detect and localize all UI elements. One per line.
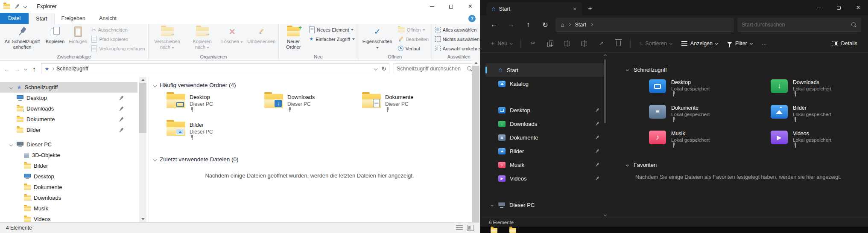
- sidebar-item-documents-pc[interactable]: Dokumente: [0, 182, 137, 192]
- explorer-tab-start[interactable]: ⌂ Start ×: [486, 2, 582, 15]
- share-button[interactable]: ↗: [593, 37, 609, 50]
- easy-access-button[interactable]: ★ Einfacher Zugriff: [307, 35, 357, 43]
- move-to-button[interactable]: → Verschieben nach: [149, 24, 185, 53]
- sort-button[interactable]: ↑↓ Sortieren: [635, 37, 676, 50]
- new-folder-button[interactable]: + Neuer Ordner: [280, 24, 307, 53]
- breadcrumb-chevron-icon[interactable]: [590, 23, 593, 26]
- rename-button[interactable]: [576, 37, 592, 50]
- sidebar-item-gallery[interactable]: Katalog: [485, 77, 604, 90]
- maximize-button[interactable]: [441, 0, 461, 13]
- minimize-button[interactable]: [809, 0, 829, 15]
- address-dropdown-icon[interactable]: [374, 67, 377, 70]
- scroll-up-icon[interactable]: [603, 54, 606, 57]
- expand-chevron-icon[interactable]: [9, 85, 13, 89]
- sidebar-item-music[interactable]: ♪ Musik: [485, 158, 604, 172]
- rename-button[interactable]: Umbenennen: [245, 24, 278, 53]
- tab-close-icon[interactable]: ×: [571, 5, 579, 13]
- sidebar-item-3d-objects[interactable]: 3D-Objekte: [0, 150, 137, 160]
- sidebar-item-start[interactable]: ⌂ Start: [485, 63, 604, 77]
- large-icons-view-icon[interactable]: [467, 225, 474, 231]
- tab-file[interactable]: Datei: [0, 13, 29, 24]
- sidebar-scrollbar[interactable]: [602, 55, 608, 216]
- collapse-chevron-icon[interactable]: [153, 157, 157, 161]
- folder-tile-pictures[interactable]: Bilder Dieser PC: [167, 122, 264, 149]
- close-button[interactable]: ×: [848, 0, 868, 15]
- breadcrumb-location[interactable]: Schnellzugriff: [56, 66, 88, 72]
- new-item-button[interactable]: Neues Element: [307, 26, 357, 34]
- sidebar-item-this-pc[interactable]: Dieser PC: [485, 198, 604, 212]
- qat-customize-chevron-icon[interactable]: [23, 5, 27, 8]
- paste-shortcut-button[interactable]: Verknüpfung einfügen: [89, 44, 147, 52]
- scrollbar-thumb[interactable]: [139, 83, 146, 133]
- tile-downloads[interactable]: ↓ Downloads Lokal gespeichert: [771, 79, 868, 105]
- sidebar-item-desktop-pc[interactable]: Desktop: [0, 171, 137, 182]
- win10-titlebar[interactable]: Explorer ×: [0, 0, 480, 13]
- sidebar-item-quick-access[interactable]: ★ Schnellzugriff: [0, 82, 137, 93]
- search-input[interactable]: [742, 22, 851, 28]
- minimize-button[interactable]: [422, 0, 441, 13]
- scroll-down-icon[interactable]: [141, 218, 145, 220]
- details-pane-button[interactable]: Details: [828, 37, 861, 50]
- breadcrumb-bar[interactable]: ⌂ Start: [555, 18, 734, 32]
- properties-button[interactable]: ✓ Eigenschaften: [359, 24, 396, 53]
- back-icon[interactable]: ←: [487, 18, 501, 32]
- cut-button[interactable]: ✂ Ausschneiden: [89, 26, 147, 34]
- copy-path-button[interactable]: Pfad kopieren: [89, 35, 147, 43]
- select-all-button[interactable]: Alles auswählen: [433, 26, 480, 34]
- sidebar-item-pictures-pc[interactable]: Bilder: [0, 160, 137, 171]
- history-button[interactable]: Verlauf: [396, 44, 431, 52]
- sidebar-item-desktop[interactable]: Desktop: [485, 103, 604, 117]
- tile-documents[interactable]: ≡ Dokumente Lokal gespeichert: [649, 105, 771, 131]
- taskbar-explorer-icon[interactable]: [491, 228, 497, 233]
- search-icon[interactable]: [467, 66, 473, 72]
- expand-chevron-icon[interactable]: [9, 143, 13, 146]
- new-tab-button[interactable]: +: [584, 2, 596, 15]
- view-button[interactable]: Anzeigen: [678, 37, 722, 50]
- breadcrumb-chevron-icon[interactable]: [568, 23, 571, 26]
- section-frequent-folders[interactable]: Häufig verwendete Ordner (4): [154, 82, 236, 88]
- refresh-icon[interactable]: ↻: [538, 18, 552, 32]
- copy-to-button[interactable]: → Kopieren nach: [185, 24, 219, 53]
- sidebar-item-videos[interactable]: Videos: [0, 214, 137, 222]
- paste-button[interactable]: [559, 37, 575, 50]
- open-button[interactable]: Öffnen: [396, 26, 431, 34]
- cut-button[interactable]: ✂: [525, 37, 541, 50]
- maximize-button[interactable]: [829, 0, 848, 15]
- win11-titlebar[interactable]: ⌂ Start × + ×: [480, 0, 868, 15]
- up-icon[interactable]: ↑: [29, 64, 39, 74]
- home-icon[interactable]: ⌂: [561, 22, 564, 28]
- search-icon[interactable]: [851, 22, 857, 28]
- content-scrollbar[interactable]: [472, 60, 479, 233]
- tab-share[interactable]: Freigeben: [55, 13, 92, 24]
- pin-to-quick-access-button[interactable]: An Schnellzugriff anheften: [1, 24, 44, 53]
- sidebar-item-music[interactable]: Musik: [0, 203, 137, 214]
- tile-videos[interactable]: ▶ Videos Lokal gespeichert: [771, 131, 868, 156]
- search-input[interactable]: [397, 66, 464, 72]
- sidebar-item-desktop[interactable]: Desktop: [0, 93, 137, 103]
- section-favorites[interactable]: Favoriten: [626, 162, 657, 168]
- scrollbar-thumb[interactable]: [604, 59, 606, 123]
- sidebar-item-this-pc[interactable]: Dieser PC: [0, 139, 137, 150]
- scroll-down-icon[interactable]: [603, 213, 606, 216]
- tab-view[interactable]: Ansicht: [92, 13, 123, 24]
- forward-icon[interactable]: →: [504, 18, 518, 32]
- folder-tile-documents[interactable]: Dokumente Dieser PC: [362, 94, 460, 122]
- sidebar-scrollbar[interactable]: [139, 77, 146, 222]
- folder-tile-desktop[interactable]: Desktop Dieser PC: [167, 94, 264, 122]
- refresh-icon[interactable]: ↻: [381, 66, 386, 72]
- section-recent-files[interactable]: Zuletzt verwendete Dateien (0): [154, 156, 239, 163]
- tile-desktop[interactable]: Desktop Lokal gespeichert: [649, 79, 771, 105]
- tile-pictures[interactable]: Bilder Lokal gespeichert: [771, 105, 868, 131]
- folder-tile-downloads[interactable]: ↓ Downloads Dieser PC: [264, 94, 362, 122]
- sidebar-item-pictures[interactable]: Bilder: [0, 125, 137, 135]
- scroll-up-icon[interactable]: [141, 79, 145, 81]
- invert-selection-button[interactable]: Auswahl umkehren: [433, 44, 480, 52]
- edit-button[interactable]: Bearbeiten: [396, 35, 431, 43]
- address-bar[interactable]: ★ Schnellzugriff ↻: [41, 63, 389, 74]
- filter-button[interactable]: Filter: [723, 37, 756, 50]
- recent-locations-chevron-icon[interactable]: [22, 64, 29, 74]
- select-none-button[interactable]: Nichts auswählen: [433, 35, 480, 43]
- sidebar-item-downloads-pc[interactable]: ↓ Downloads: [0, 192, 137, 203]
- scrollbar-thumb[interactable]: [472, 66, 479, 227]
- new-button[interactable]: + Neu: [487, 37, 516, 50]
